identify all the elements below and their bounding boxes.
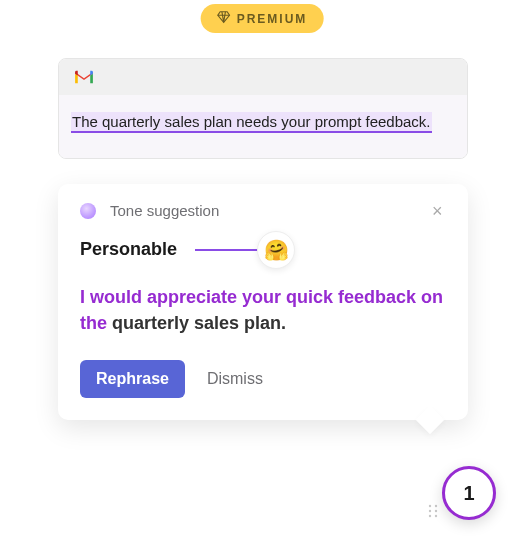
hugging-face-icon[interactable]: 🤗 <box>257 231 295 269</box>
highlighted-sentence[interactable]: The quarterly sales plan needs your prom… <box>71 112 432 133</box>
tone-level-row: Personable 🤗 <box>80 239 448 260</box>
gmail-icon <box>73 69 95 85</box>
svg-point-5 <box>435 515 437 517</box>
tone-name: Personable <box>80 239 177 260</box>
close-icon[interactable]: × <box>432 203 448 219</box>
svg-point-2 <box>429 510 431 512</box>
drag-grip-icon[interactable] <box>428 504 438 518</box>
tone-slider[interactable]: 🤗 <box>195 249 275 251</box>
premium-label: PREMIUM <box>237 12 308 26</box>
tone-indicator-icon <box>80 203 96 219</box>
suggestion-header-label: Tone suggestion <box>110 202 219 219</box>
suggestion-text-rest: quarterly sales plan. <box>107 313 286 333</box>
svg-point-0 <box>429 505 431 507</box>
svg-point-4 <box>429 515 431 517</box>
suggestion-text: I would appreciate your quick feedback o… <box>80 284 448 336</box>
email-compose-card: The quarterly sales plan needs your prom… <box>58 58 468 159</box>
svg-point-3 <box>435 510 437 512</box>
diamond-icon <box>217 10 231 27</box>
email-header <box>59 59 467 95</box>
dismiss-button[interactable]: Dismiss <box>207 370 263 388</box>
suggestions-count: 1 <box>463 482 474 505</box>
suggestion-actions: Rephrase Dismiss <box>80 360 448 398</box>
card-pointer-icon <box>416 406 444 434</box>
svg-point-1 <box>435 505 437 507</box>
rephrase-button[interactable]: Rephrase <box>80 360 185 398</box>
premium-badge: PREMIUM <box>201 4 324 33</box>
suggestions-count-fab[interactable]: 1 <box>442 466 496 520</box>
tone-suggestion-card: Tone suggestion × Personable 🤗 I would a… <box>58 184 468 420</box>
suggestion-header-row: Tone suggestion × <box>80 202 448 219</box>
email-body[interactable]: The quarterly sales plan needs your prom… <box>59 95 467 158</box>
